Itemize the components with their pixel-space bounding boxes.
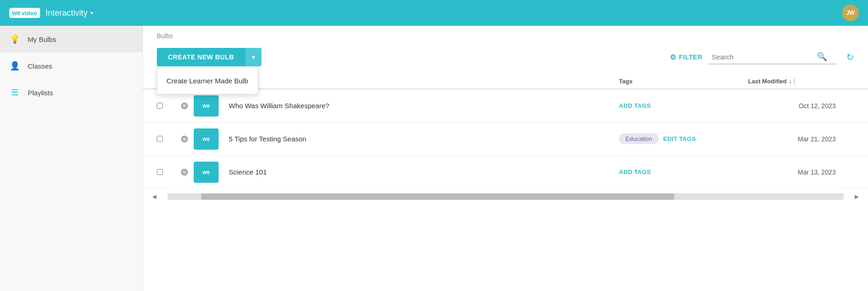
create-btn-group: CREATE NEW BULB ▾ Create Learner Made Bu… [157, 48, 262, 66]
add-tags-button-3[interactable]: ADD TAGS [619, 169, 651, 175]
breadcrumb-text: Bulbs [157, 32, 173, 40]
search-box: 🔍 [708, 50, 837, 64]
row-checkbox-3[interactable] [157, 169, 175, 175]
chevron-down-icon: ▾ [90, 10, 93, 16]
row-tags-2: Education EDIT TAGS [619, 134, 748, 144]
top-nav: wevideo Interactivity ▾ JW [0, 0, 868, 26]
sidebar-label-playlists: Playlists [28, 89, 53, 97]
thumb-box-2: we [194, 128, 219, 150]
nav-title-text: Interactivity [46, 8, 88, 18]
col-header-tags: Tags [619, 78, 748, 85]
layout: 💡 My Bulbs 👤 Classes ☰ Playlists Bulbs C… [0, 26, 868, 291]
create-dropdown-toggle[interactable]: ▾ [245, 48, 262, 66]
logo-we-text: we [12, 9, 21, 17]
refresh-icon[interactable]: ↻ [846, 52, 854, 63]
nav-title[interactable]: Interactivity ▾ [46, 8, 93, 18]
create-new-bulb-button[interactable]: CREATE NEW BULB [157, 48, 245, 66]
checkbox-1[interactable] [157, 103, 163, 109]
row-tags-3: ADD TAGS [619, 169, 748, 175]
bulb-icon: 💡 [9, 34, 20, 44]
table-row: we 5 Tips for Testing Season Education E… [143, 122, 868, 156]
col-header-last-modified[interactable]: Last Modified ↓ | [748, 77, 840, 85]
sidebar-item-my-bulbs[interactable]: 💡 My Bulbs [0, 26, 143, 52]
sidebar-item-playlists[interactable]: ☰ Playlists [0, 79, 143, 106]
thumbnail-3: we [194, 162, 221, 183]
filter-icon: ⚙ [670, 53, 677, 62]
toolbar: CREATE NEW BULB ▾ Create Learner Made Bu… [143, 43, 868, 74]
avatar[interactable]: JW [842, 5, 859, 21]
row-checkbox-1[interactable] [157, 103, 175, 109]
logo-box: wevideo [9, 8, 40, 18]
filter-label: FILTER [679, 53, 702, 61]
filter-button[interactable]: ⚙ FILTER [670, 53, 702, 62]
horizontal-scrollbar-container: ◀ ▶ [143, 189, 868, 204]
sort-separator: | [794, 78, 795, 84]
privacy-icon-2 [175, 135, 194, 143]
thumb-box-3: we [194, 162, 219, 183]
search-input[interactable] [712, 53, 813, 61]
sidebar-item-classes[interactable]: 👤 Classes [0, 52, 143, 79]
row-date-1: Oct 12, 2023 [748, 102, 840, 110]
thumb-box-1: we [194, 95, 219, 116]
col-header-bulb: Bulb [221, 78, 619, 85]
sidebar-label-classes: Classes [28, 62, 52, 70]
row-date-2: Mar 21, 2023 [748, 135, 840, 143]
thumb-logo-2: we [202, 136, 210, 142]
thumb-logo-3: we [202, 169, 210, 175]
logo-video-text: video [22, 10, 37, 17]
checkbox-3[interactable] [157, 169, 163, 175]
classes-icon: 👤 [9, 61, 20, 71]
scrollbar-track[interactable] [167, 193, 844, 200]
row-title-3[interactable]: Science 101 [221, 168, 619, 176]
row-tags-1: ADD TAGS [619, 102, 748, 109]
tag-education: Education [619, 134, 659, 144]
row-title-1[interactable]: Who Was William Shakespeare? [221, 102, 619, 110]
nav-left: wevideo Interactivity ▾ [9, 8, 93, 18]
privacy-icon-3 [175, 168, 194, 176]
wevideo-logo[interactable]: wevideo [9, 8, 40, 18]
thumb-logo-1: we [202, 103, 210, 109]
scroll-left-arrow[interactable]: ◀ [152, 193, 156, 200]
row-date-3: Mar 13, 2023 [748, 169, 840, 176]
create-learner-made-bulb-item[interactable]: Create Learner Made Bulb [157, 70, 258, 91]
scroll-right-arrow[interactable]: ▶ [855, 193, 859, 200]
thumbnail-1: we [194, 95, 221, 116]
scrollbar-thumb[interactable] [201, 193, 674, 200]
thumbnail-2: we [194, 128, 221, 150]
table-row: we Science 101 ADD TAGS Mar 13, 2023 [143, 156, 868, 189]
create-dropdown-menu: Create Learner Made Bulb [157, 67, 258, 94]
add-tags-button-1[interactable]: ADD TAGS [619, 102, 651, 109]
main-content: Bulbs CREATE NEW BULB ▾ Create Learner M… [143, 26, 868, 291]
privacy-icon-1 [175, 102, 194, 110]
playlists-icon: ☰ [9, 87, 20, 98]
row-title-2[interactable]: 5 Tips for Testing Season [221, 135, 619, 143]
sidebar: 💡 My Bulbs 👤 Classes ☰ Playlists [0, 26, 143, 291]
row-checkbox-2[interactable] [157, 136, 175, 142]
sidebar-label-my-bulbs: My Bulbs [28, 35, 56, 43]
breadcrumb: Bulbs [143, 26, 868, 43]
checkbox-2[interactable] [157, 136, 163, 142]
last-modified-label: Last Modified [748, 78, 787, 85]
search-icon[interactable]: 🔍 [817, 52, 827, 62]
sort-down-icon: ↓ [789, 77, 792, 85]
edit-tags-button-2[interactable]: EDIT TAGS [663, 135, 696, 142]
